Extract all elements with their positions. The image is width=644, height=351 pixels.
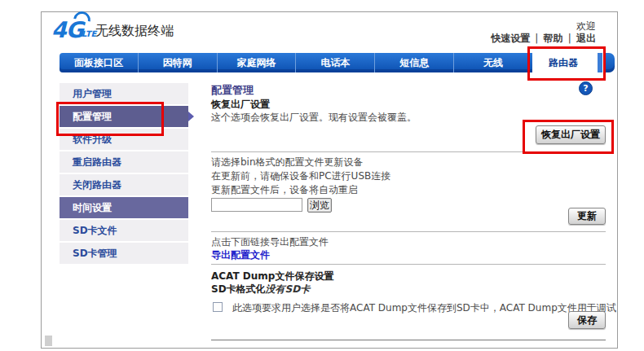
acat-dump-checkbox-label: 此选项要求用户选择是否将ACAT Dump文件保存到SD卡中，ACAT Dump… xyxy=(232,301,616,315)
header-links: 快速设置 | 帮助 | 退出 xyxy=(491,32,596,46)
page-title: 配置管理 xyxy=(211,83,254,98)
quick-setup-link[interactable]: 快速设置 xyxy=(491,33,530,44)
sidebar-item-sd-card-management[interactable]: SD卡管理 xyxy=(60,243,188,264)
divider xyxy=(211,151,606,152)
sidebar-item-time-settings[interactable]: 时间设置 xyxy=(60,197,188,218)
navbar-end-cap xyxy=(604,53,615,72)
update-instruction-3: 更新配置文件后，设备将自动重启 xyxy=(211,183,358,197)
browse-button[interactable]: 浏览 xyxy=(307,198,332,213)
help-icon[interactable]: ? xyxy=(579,81,593,95)
sidebar-item-restart-router[interactable]: 重启路由器 xyxy=(60,151,188,173)
bottom-divider xyxy=(211,340,606,340)
config-file-input[interactable] xyxy=(211,198,302,212)
acat-dump-checkbox[interactable] xyxy=(213,302,223,312)
factory-reset-button[interactable]: 恢复出厂设置 xyxy=(536,125,606,144)
factory-reset-heading: 恢复出厂设置 xyxy=(211,98,270,112)
tab-router[interactable]: 路由器 xyxy=(532,53,594,72)
app-title: 无线数据终端 xyxy=(95,23,174,40)
update-button[interactable]: 更新 xyxy=(568,208,606,225)
factory-reset-description: 这个选项会恢复出厂设置。现有设置会被覆盖。 xyxy=(211,111,417,125)
sidebar-item-user-management[interactable]: 用户管理 xyxy=(60,83,188,104)
logo-lte-text: LTE xyxy=(82,29,96,38)
tab-panel-interface[interactable]: 面板接口区 xyxy=(60,53,138,72)
acat-dump-heading: ACAT Dump文件保存设置 xyxy=(211,270,333,283)
sidebar-item-config-management[interactable]: 配置管理 xyxy=(60,106,188,127)
sidebar-item-shutdown-router[interactable]: 关闭路由器 xyxy=(60,174,188,195)
link-separator: | xyxy=(533,33,540,44)
divider xyxy=(211,264,606,265)
save-button[interactable]: 保存 xyxy=(568,311,606,329)
sd-status-text: 没有SD卡 xyxy=(266,283,311,295)
logout-link[interactable]: 退出 xyxy=(576,33,596,44)
navbar-cap-strip xyxy=(598,53,602,72)
main-navbar: 面板接口区 因特网 家庭网络 电话本 短信息 无线 路由器 xyxy=(60,53,594,72)
sidebar: 用户管理 配置管理 软件升级 重启路由器 关闭路由器 时间设置 SD卡文件 SD… xyxy=(60,83,188,265)
sidebar-item-sd-card-files[interactable]: SD卡文件 xyxy=(60,220,188,241)
tab-home-network[interactable]: 家庭网络 xyxy=(217,53,296,72)
tab-internet[interactable]: 因特网 xyxy=(138,53,217,72)
divider xyxy=(211,231,606,232)
link-separator: | xyxy=(567,33,573,44)
update-instruction-1: 请选择bin格式的配置文件更新设备 xyxy=(211,156,364,169)
tab-phonebook[interactable]: 电话本 xyxy=(295,53,374,72)
logo: 4GLTE xyxy=(51,17,98,46)
help-link[interactable]: 帮助 xyxy=(544,33,563,44)
app-window: 4GLTE 无线数据终端 欢迎 快速设置 | 帮助 | 退出 面板接口区 因特网… xyxy=(41,11,618,349)
sidebar-item-software-upgrade[interactable]: 软件升级 xyxy=(60,129,188,150)
tab-wireless[interactable]: 无线 xyxy=(453,53,532,72)
scrollbar-artifact xyxy=(45,336,52,346)
export-config-link[interactable]: 导出配置文件 xyxy=(211,248,270,262)
export-instruction: 点击下面链接导出配置文件 xyxy=(211,235,329,249)
sd-format-status: SD卡格式化没有SD卡 xyxy=(211,283,310,296)
tab-sms[interactable]: 短信息 xyxy=(374,53,453,72)
sd-format-label: SD卡格式化 xyxy=(211,283,266,295)
update-instruction-2: 在更新前，请确保设备和PC进行USB连接 xyxy=(211,169,390,183)
